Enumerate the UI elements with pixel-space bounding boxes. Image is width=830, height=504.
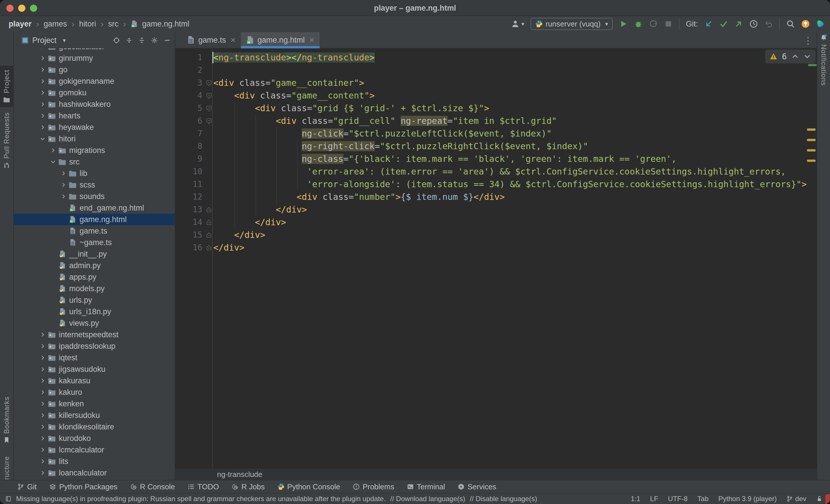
tree-item-end-game-ng-html[interactable]: Hend_game.ng.html (14, 202, 174, 214)
code-with-me-button[interactable] (816, 20, 825, 28)
tree-item-src[interactable]: src (14, 156, 174, 168)
fold-end-icon[interactable] (205, 203, 213, 216)
tree-item-migrations[interactable]: migrations (14, 144, 174, 156)
expand-all-icon[interactable] (126, 37, 133, 44)
tree-item-urls-i18n-py[interactable]: urls_i18n.py (14, 306, 174, 317)
tree-item-loancalculator[interactable]: loancalculator (14, 467, 174, 479)
code-line-15[interactable]: </div> (213, 229, 265, 241)
chevron-right-icon[interactable] (37, 401, 48, 407)
toolwindow-button-problems[interactable]: Problems (353, 482, 394, 491)
tree-item-kakurasu[interactable]: kakurasu (14, 375, 174, 387)
breadcrumb-item[interactable]: games (44, 20, 67, 29)
chevron-right-icon[interactable] (58, 193, 69, 200)
chevron-right-icon[interactable] (37, 366, 48, 372)
tree-item-gomoku[interactable]: gomoku (14, 87, 174, 99)
code-line-6[interactable]: <div class="grid__cell" ng-repeat="item … (213, 114, 557, 127)
search-everywhere-button[interactable] (786, 20, 795, 28)
chevron-right-icon[interactable] (37, 470, 48, 476)
tree-item--init-py[interactable]: __init__.py (14, 248, 174, 260)
chevron-right-icon[interactable] (37, 112, 48, 119)
tree-item-scss[interactable]: scss (14, 179, 174, 191)
tree-item-urls-py[interactable]: urls.py (14, 294, 174, 306)
code-line-12[interactable]: <div class="number">{$ item.num $}</div> (213, 191, 505, 203)
git-history-button[interactable] (749, 20, 758, 28)
status-caret-position[interactable]: 1:1 (631, 495, 640, 503)
breadcrumb-item[interactable]: hitori (79, 20, 96, 29)
debug-button[interactable] (634, 20, 643, 28)
code-line-11[interactable]: 'error-alongside': (item.status == 34) &… (213, 178, 807, 191)
tree-item-kakuro[interactable]: kakuro (14, 387, 174, 398)
status-indent[interactable]: Tab (697, 495, 709, 503)
chevron-right-icon[interactable] (37, 332, 48, 338)
collapse-all-icon[interactable] (138, 37, 145, 44)
close-icon[interactable]: × (230, 35, 236, 45)
settings-icon[interactable] (151, 37, 158, 44)
code-line-10[interactable]: 'error-area': (item.error == 'area') && … (213, 165, 786, 178)
tree-item-internetspeedtest[interactable]: internetspeedtest (14, 329, 174, 340)
chevron-right-icon[interactable] (37, 458, 48, 465)
inspections-widget[interactable]: 6 (765, 49, 816, 63)
locate-icon[interactable] (113, 37, 120, 44)
fold-end-icon[interactable] (205, 216, 213, 229)
tree-item-lib[interactable]: lib (14, 168, 174, 179)
status-git-branch[interactable]: dev (787, 495, 806, 503)
run-button[interactable] (619, 20, 628, 28)
status-link-download[interactable]: // Download language(s) (390, 495, 465, 503)
chevron-right-icon[interactable] (37, 101, 48, 107)
toolwindow-button-terminal[interactable]: Terminal (407, 482, 445, 491)
tree-item-apps-py[interactable]: apps.py (14, 271, 174, 283)
sidebar-item-project[interactable]: Project (0, 66, 13, 107)
tab-options-kebab-icon[interactable]: ⋮ (803, 35, 813, 46)
git-push-button[interactable] (734, 20, 743, 28)
sidebar-item-bookmarks[interactable]: Bookmarks (0, 397, 13, 443)
status-line-ending[interactable]: LF (650, 495, 658, 503)
editor-breadcrumb[interactable]: ng-transclude (217, 470, 262, 479)
code-line-14[interactable]: </div> (213, 216, 286, 229)
git-update-project-button[interactable] (704, 20, 713, 28)
user-profile-button[interactable]: ▾ (511, 20, 524, 28)
git-commit-button[interactable] (719, 20, 728, 28)
tree-item-go[interactable]: go (14, 64, 174, 75)
previous-warning-button[interactable] (791, 53, 799, 60)
fold-collapse-icon[interactable] (205, 102, 213, 114)
chevron-right-icon[interactable] (48, 147, 58, 154)
code-line-16[interactable]: </div> (213, 241, 245, 254)
tree-item-models-py[interactable]: models.py (14, 283, 174, 294)
fold-collapse-icon[interactable] (205, 114, 213, 127)
code-line-8[interactable]: ng-right-click="$ctrl.puzzleRightClick($… (213, 140, 588, 153)
chevron-right-icon[interactable] (37, 412, 48, 418)
tree-item-lcmcalculator[interactable]: lcmcalculator (14, 444, 174, 456)
chevron-right-icon[interactable] (58, 182, 69, 188)
tree-item-iqtest[interactable]: iqtest (14, 352, 174, 364)
tree-item-klondikesolitaire[interactable]: klondikesolitaire (14, 421, 174, 433)
tree-item-ginrummy[interactable]: ginrummy (14, 53, 174, 64)
chevron-down-icon[interactable]: ▾ (63, 37, 66, 44)
tree-item-lits[interactable]: lits (14, 456, 174, 467)
chevron-right-icon[interactable] (37, 343, 48, 349)
chevron-right-icon[interactable] (37, 377, 48, 384)
code-line-13[interactable]: </div> (213, 203, 307, 216)
tree-item-kenken[interactable]: kenken (14, 398, 174, 409)
chevron-down-icon[interactable] (37, 136, 48, 142)
chevron-right-icon[interactable] (37, 67, 48, 73)
tree-item-game-ts[interactable]: game.ts (14, 225, 174, 237)
tree-item-kurodoko[interactable]: kurodoko (14, 433, 174, 444)
ide-update-button[interactable] (801, 20, 810, 28)
fold-end-icon[interactable] (205, 241, 213, 254)
tree-item-hashiwokakero[interactable]: hashiwokakero (14, 99, 174, 110)
breadcrumb-item[interactable]: src (108, 20, 119, 29)
tree-item-admin-py[interactable]: admin.py (14, 260, 174, 271)
fold-collapse-icon[interactable] (205, 77, 213, 89)
tree-item-heyawake[interactable]: heyawake (14, 122, 174, 133)
tree-item-ipaddresslookup[interactable]: ipaddresslookup (14, 340, 174, 352)
tree-item--game-ts[interactable]: ~game.ts (14, 237, 174, 248)
toolwindow-button-services[interactable]: Services (458, 482, 496, 491)
chevron-right-icon[interactable] (37, 435, 48, 441)
breadcrumb-item[interactable]: game.ng.html (142, 20, 189, 29)
breadcrumb-item[interactable]: player (9, 20, 32, 29)
tree-item-gokigennaname[interactable]: gokigennaname (14, 75, 174, 87)
chevron-right-icon[interactable] (37, 55, 48, 61)
code-line-4[interactable]: <div class="game__content"> (213, 89, 375, 102)
chevron-right-icon[interactable] (58, 170, 69, 176)
fold-end-icon[interactable] (205, 229, 213, 241)
